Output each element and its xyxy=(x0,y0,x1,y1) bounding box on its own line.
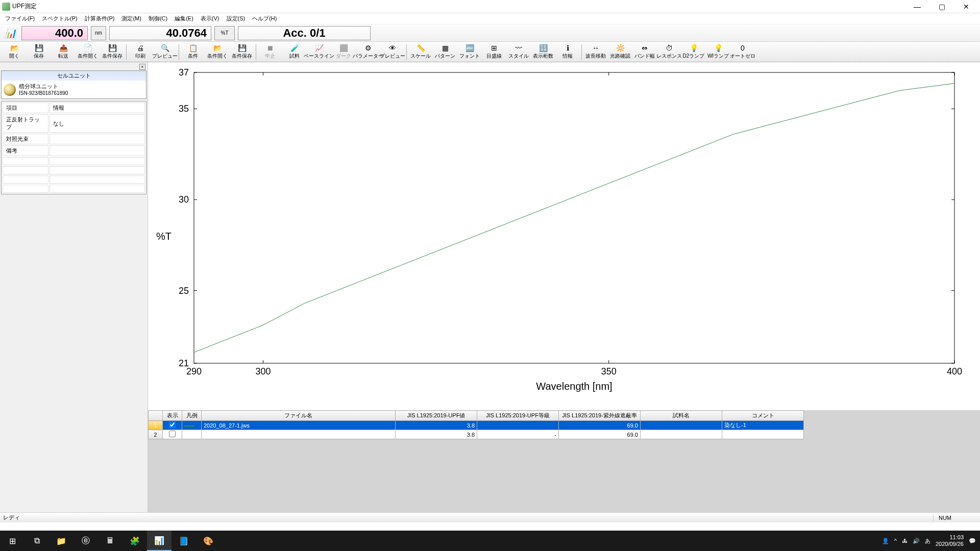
toolbar-button[interactable]: 📄条件開く xyxy=(76,43,100,61)
status-bar: レディ NUM xyxy=(0,512,980,522)
toolbar-label: 中止 xyxy=(265,53,275,60)
filename-cell xyxy=(202,430,396,439)
legend-cell xyxy=(182,421,202,430)
ime-indicator[interactable]: あ xyxy=(925,537,930,545)
svg-text:Wavelength [nm]: Wavelength [nm] xyxy=(536,381,612,392)
chart-area: %T 2125303537300350400290Wavelength [nm] xyxy=(148,62,980,410)
toolbar-label: ダーク xyxy=(336,53,351,60)
toolbar-button[interactable]: 🖨印刷 xyxy=(128,43,153,61)
toolbar-button[interactable]: 📤転送 xyxy=(51,43,76,61)
toolbar-button[interactable]: ↔波長移動 xyxy=(583,43,608,61)
app1-icon[interactable]: 🧩 xyxy=(122,531,147,551)
table-header[interactable] xyxy=(149,411,163,421)
maximize-button[interactable]: ▢ xyxy=(930,0,953,13)
network-icon[interactable]: 🖧 xyxy=(902,538,908,544)
table-header[interactable]: 試料名 xyxy=(641,411,722,421)
sidebar-close-icon[interactable]: × xyxy=(139,64,145,70)
toolbar-button[interactable]: 🧪試料 xyxy=(282,43,307,61)
sample-cell xyxy=(641,430,722,439)
toolbar-label: 光路確認 xyxy=(610,53,630,60)
toolbar-button[interactable]: ⇔バンド幅 xyxy=(632,43,657,61)
show-checkbox[interactable] xyxy=(163,430,182,439)
toolbar-button[interactable]: 0オートゼロ xyxy=(730,43,755,61)
toolbar-button[interactable]: ⊞目盛線 xyxy=(482,43,506,61)
toolbar-label: 保存 xyxy=(34,53,44,60)
toolbar-button[interactable]: ⏱レスポンス xyxy=(657,43,681,61)
ie-icon[interactable]: ⓔ xyxy=(74,531,98,551)
value-unit: %T xyxy=(214,26,235,40)
menu-item[interactable]: 測定(M) xyxy=(118,14,144,23)
toolbar-button[interactable]: 💡D2ランプ xyxy=(681,43,706,61)
toolbar-button[interactable]: 📈ベースライン xyxy=(307,43,331,61)
menu-item[interactable]: スペクトル(P) xyxy=(39,14,81,23)
toolbar-icon: 💾 xyxy=(237,44,247,52)
toolbar-label: 目盛線 xyxy=(486,53,502,60)
menu-item[interactable]: 制御(C) xyxy=(145,14,170,23)
toolbar-icon: ▦ xyxy=(440,44,450,52)
word-icon[interactable]: 📘 xyxy=(172,531,196,551)
grade-cell xyxy=(477,421,559,430)
toolbar-label: プレビュー xyxy=(380,53,405,60)
menu-item[interactable]: ファイル(F) xyxy=(2,14,38,23)
close-button[interactable]: ✕ xyxy=(954,0,978,13)
table-header[interactable]: JIS L1925:2019-UPF値 xyxy=(396,411,477,421)
toolbar-button: ⬛ダーク xyxy=(331,43,356,61)
system-tray: 👤 ^ 🖧 🔊 あ 11:032020/09/26 💬 xyxy=(882,534,980,547)
notification-icon[interactable]: 💬 xyxy=(969,538,976,544)
people-icon[interactable]: 👤 xyxy=(882,538,889,544)
menu-item[interactable]: 表示(V) xyxy=(198,14,223,23)
calculator-icon[interactable]: 🖩 xyxy=(98,531,122,551)
explorer-icon[interactable]: 📁 xyxy=(49,531,74,551)
row-number[interactable]: 2 xyxy=(149,430,163,439)
toolbar-button[interactable]: 〰スタイル xyxy=(506,43,531,61)
taskbar: ⊞ ⧉ 📁 ⓔ 🖩 🧩 📊 📘 🎨 👤 ^ 🖧 🔊 あ 11:032020/09… xyxy=(0,531,980,551)
toolbar-button[interactable]: 🔍プレビュー xyxy=(153,43,177,61)
toolbar-label: パターン xyxy=(435,53,455,60)
table-header[interactable]: ファイル名 xyxy=(202,411,396,421)
toolbar-button[interactable]: 📂条件開く xyxy=(205,43,230,61)
window-title: UPF測定 xyxy=(12,2,905,11)
toolbar-button[interactable]: ▦パターン xyxy=(433,43,457,61)
toolbar-button[interactable]: 👁プレビュー xyxy=(380,43,405,61)
row-number[interactable]: 1 xyxy=(149,421,163,430)
toolbar-button[interactable]: 🔢表示桁数 xyxy=(531,43,555,61)
show-checkbox[interactable] xyxy=(163,421,182,430)
toolbar-button[interactable]: 🔤フォント xyxy=(457,43,482,61)
menu-item[interactable]: 設定(S) xyxy=(224,14,249,23)
toolbar-button[interactable]: 📂開く xyxy=(2,43,27,61)
table-header[interactable]: 凡例 xyxy=(182,411,202,421)
display-bar: 📊 400.0 nm 40.0764 %T Acc. 0/1 xyxy=(0,24,980,42)
table-row[interactable]: 23.8-69.0 xyxy=(149,430,804,439)
menu-item[interactable]: 計算条件(P) xyxy=(82,14,118,23)
menu-item[interactable]: 編集(E) xyxy=(172,14,197,23)
minimize-button[interactable]: — xyxy=(905,0,929,13)
table-header[interactable]: コメント xyxy=(722,411,804,421)
tray-chevron-icon[interactable]: ^ xyxy=(894,538,897,544)
toolbar-button[interactable]: 💾保存 xyxy=(27,43,51,61)
table-row[interactable]: 12020_08_27-1.jws3.869.0染なし-1 xyxy=(149,421,804,430)
task-view-button[interactable]: ⧉ xyxy=(24,531,49,551)
toolbar-label: スケール xyxy=(410,53,431,60)
toolbar-button[interactable]: 💾条件保存 xyxy=(230,43,254,61)
spectrum-chart[interactable]: 2125303537300350400290Wavelength [nm] xyxy=(153,67,965,394)
toolbar-button[interactable]: ⚙パラメーター xyxy=(356,43,380,61)
menu-item[interactable]: ヘルプ(H) xyxy=(249,14,280,23)
toolbar-button[interactable]: 💡WIランプ xyxy=(706,43,730,61)
toolbar-button[interactable]: 💾条件保存 xyxy=(100,43,125,61)
data-table[interactable]: 表示凡例ファイル名JIS L1925:2019-UPF値JIS L1925:20… xyxy=(148,410,804,439)
clock[interactable]: 11:032020/09/26 xyxy=(936,534,964,547)
table-header[interactable]: JIS L1925:2019-UPF等級 xyxy=(477,411,559,421)
toolbar-label: 条件保存 xyxy=(102,53,122,60)
toolbar-label: ベースライン xyxy=(304,53,334,60)
toolbar-button[interactable]: 🔆光路確認 xyxy=(608,43,632,61)
toolbar-button[interactable]: 📋条件 xyxy=(181,43,205,61)
app2-icon[interactable]: 📊 xyxy=(147,531,172,551)
toolbar-button[interactable]: ℹ情報 xyxy=(555,43,580,61)
paint-icon[interactable]: 🎨 xyxy=(196,531,220,551)
start-button[interactable]: ⊞ xyxy=(0,531,24,551)
volume-icon[interactable]: 🔊 xyxy=(913,538,920,544)
table-header[interactable]: 表示 xyxy=(163,411,182,421)
toolbar-button[interactable]: 📏スケール xyxy=(408,43,433,61)
toolbar-separator xyxy=(126,44,127,60)
table-header[interactable]: JIS L1925:2019-紫外線遮蔽率 xyxy=(559,411,641,421)
